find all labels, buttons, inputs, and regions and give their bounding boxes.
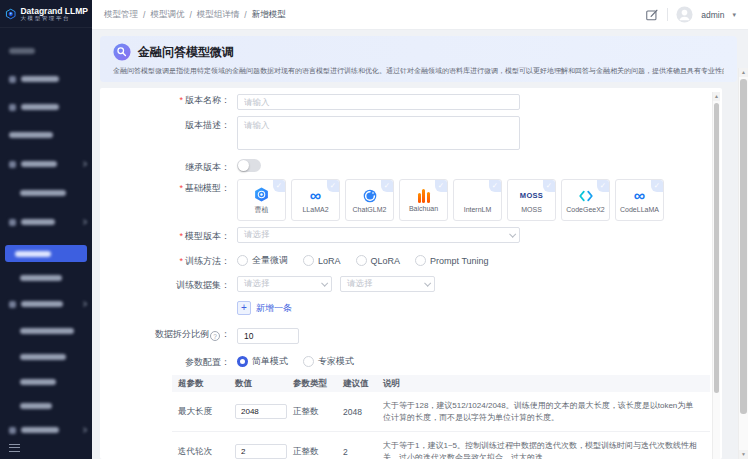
model-card-chatglm2[interactable]: ✓ ChatGLM2: [345, 179, 394, 221]
param-description: 大于等于128，建议512/1024/2048。训练使用的文本的最大长度，该长度…: [383, 400, 710, 423]
sidebar-subitem-blurred[interactable]: [0, 348, 92, 366]
scroll-up-arrow[interactable]: ▲: [713, 92, 720, 101]
checkbox-corner-icon[interactable]: ✓: [327, 180, 339, 192]
sidebar-item-blurred[interactable]: [0, 421, 92, 439]
sidebar-item-blurred[interactable]: [0, 155, 92, 173]
radio-simple-mode[interactable]: 简单模式: [237, 355, 288, 368]
sidebar-item-blurred[interactable]: [0, 213, 92, 231]
sidebar-subitem-blurred[interactable]: [0, 373, 92, 391]
page-title: 金融问答模型微调: [138, 44, 234, 61]
radio-lora[interactable]: LoRA: [303, 255, 341, 266]
scrollbar-thumb[interactable]: [714, 103, 719, 393]
checkbox-corner-icon[interactable]: ✓: [489, 180, 501, 192]
sidebar-subitem-blurred[interactable]: [0, 269, 92, 287]
dataset-select-2[interactable]: 请选择: [340, 276, 435, 292]
blue-sphere-icon: [362, 187, 378, 204]
model-card-moss[interactable]: ✓ MOSS MOSS: [507, 179, 556, 221]
col-header: 说明: [383, 378, 710, 390]
field-label-version-name: *版本名称: [100, 91, 230, 107]
checkbox-corner-icon[interactable]: ✓: [435, 180, 447, 192]
version-name-input[interactable]: [237, 94, 520, 110]
chevron-down-icon[interactable]: ▾: [732, 11, 736, 19]
sidebar-item-blurred[interactable]: [0, 126, 92, 144]
col-header: 超参数: [172, 378, 235, 390]
radio-icon: [303, 356, 314, 367]
scrollbar-thumb[interactable]: [740, 79, 747, 414]
breadcrumb-item[interactable]: 模型调优: [150, 9, 184, 21]
dashes-icon: [471, 187, 485, 204]
app-window: Datagrand LLMP 大模型管理平台 模型管理 / 模型调优 / 模型组…: [0, 0, 748, 459]
sidebar-item-icon: [9, 161, 16, 168]
toggle-knob: [238, 160, 249, 171]
model-version-select[interactable]: 请选择: [237, 227, 520, 243]
field-label-base-model: *基础模型: [100, 179, 230, 195]
version-desc-textarea[interactable]: [237, 116, 520, 150]
model-name: LLaMA2: [302, 206, 328, 213]
sidebar-item-icon: [9, 301, 16, 308]
help-icon[interactable]: ?: [210, 331, 220, 341]
sidebar-item-icon: [9, 219, 16, 226]
dataset-select-1[interactable]: 请选择: [237, 276, 332, 292]
base-model-cards: ✓ 曹植 ✓ ∞ LLaMA2 ✓: [237, 179, 664, 221]
sidebar-item-blurred[interactable]: [0, 70, 92, 88]
chevron-down-icon: [321, 279, 327, 285]
model-name: ChatGLM2: [353, 206, 387, 213]
model-card-codellama[interactable]: ✓ ∞ CodeLLaMA: [615, 179, 664, 221]
col-header: 建议值: [343, 378, 383, 390]
sidebar-subitem-blurred[interactable]: [0, 322, 92, 340]
scroll-down-arrow[interactable]: ▼: [739, 450, 748, 459]
breadcrumb-item[interactable]: 模型管理: [104, 9, 138, 21]
scroll-up-arrow[interactable]: ▲: [739, 68, 748, 77]
sidebar-subitem-blurred[interactable]: [0, 184, 92, 202]
username[interactable]: admin: [701, 10, 724, 20]
param-value-input[interactable]: [235, 444, 287, 459]
sidebar-collapse-icon[interactable]: [9, 444, 20, 452]
model-card-internlm[interactable]: ✓ InternLM: [453, 179, 502, 221]
required-asterisk: *: [179, 183, 183, 193]
model-card-baichuan[interactable]: ✓ Baichuan: [399, 179, 448, 221]
checkbox-corner-icon[interactable]: ✓: [651, 180, 663, 192]
inherit-version-toggle[interactable]: [237, 159, 261, 172]
sidebar-item-selected[interactable]: [5, 245, 87, 262]
add-dataset-button[interactable]: + 新增一条: [237, 301, 292, 315]
divider: [667, 8, 668, 21]
radio-expert-mode[interactable]: 专家模式: [303, 355, 354, 368]
page-scrollbar[interactable]: ▲ ▼: [738, 68, 748, 459]
param-type: 正整数: [293, 446, 343, 458]
radio-prompt-tuning[interactable]: Prompt Tuning: [415, 255, 489, 266]
radio-full-finetune[interactable]: 全量微调: [237, 254, 288, 267]
select-placeholder: 请选择: [244, 278, 270, 290]
brackets-icon: [578, 187, 594, 204]
model-card-codegeex2[interactable]: ✓ CodeGeeX2: [561, 179, 610, 221]
model-name: MOSS: [521, 206, 542, 213]
sidebar-item-icon: [9, 104, 16, 111]
table-header-row: 超参数 数值 参数类型 建议值 说明: [172, 375, 710, 392]
sidebar-item-blurred[interactable]: [0, 295, 92, 313]
col-header: 参数类型: [293, 378, 343, 390]
chevron-icon: [81, 427, 87, 433]
hyperparam-table: 超参数 数值 参数类型 建议值 说明 最大长度 正整数 2048 大于等于128…: [172, 375, 710, 459]
model-card-llama2[interactable]: ✓ ∞ LLaMA2: [291, 179, 340, 221]
breadcrumb-item[interactable]: 模型组详情: [197, 9, 240, 21]
radio-icon: [303, 255, 314, 266]
radio-qlora[interactable]: QLoRA: [356, 255, 401, 266]
split-ratio-input[interactable]: [237, 328, 299, 344]
sidebar-subitem-blurred[interactable]: [0, 397, 92, 415]
model-card-caozhi[interactable]: ✓ 曹植: [237, 179, 286, 221]
avatar[interactable]: [676, 6, 693, 23]
col-header: 数值: [235, 378, 293, 390]
checkbox-corner-icon[interactable]: ✓: [543, 180, 555, 192]
app-logo: Datagrand LLMP 大模型管理平台: [0, 0, 92, 28]
logo-subtitle: 大模型管理平台: [20, 16, 88, 22]
param-value-input[interactable]: [235, 404, 287, 419]
breadcrumb: 模型管理 / 模型调优 / 模型组详情 / 新增模型: [104, 9, 286, 21]
field-label-param-config: 参数配置: [100, 353, 230, 369]
radio-icon: [415, 255, 426, 266]
edit-icon[interactable]: [645, 8, 659, 22]
inner-scrollbar[interactable]: ▲: [712, 92, 720, 459]
checkbox-corner-icon[interactable]: ✓: [597, 180, 609, 192]
checkbox-corner-icon[interactable]: ✓: [273, 180, 285, 192]
sidebar-item-blurred[interactable]: [0, 98, 92, 116]
field-label-training-dataset: 训练数据集: [100, 276, 230, 292]
checkbox-corner-icon[interactable]: ✓: [381, 180, 393, 192]
